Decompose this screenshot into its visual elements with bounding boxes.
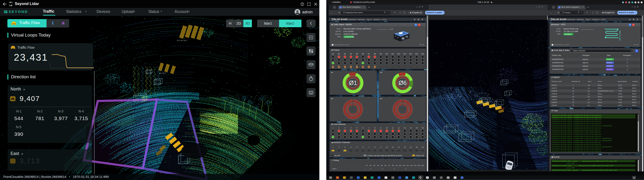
svg-text:Ø1: Ø1	[366, 165, 368, 166]
svg-text:10: 10	[386, 127, 388, 129]
svg-text:12: 12	[398, 127, 400, 129]
svg-text:12: 12	[398, 146, 400, 148]
svg-text:Ø9: Ø9	[380, 53, 382, 55]
svg-text:Ø3: Ø3	[344, 53, 346, 55]
svg-text:8: 8	[374, 146, 376, 148]
svg-text:16: 16	[422, 127, 424, 129]
svg-text:Ø11: Ø11	[403, 165, 405, 166]
svg-text:4: 4	[370, 168, 371, 169]
svg-text:6: 6	[362, 146, 364, 148]
svg-text:Ø2: Ø2	[370, 165, 371, 166]
svg-text:W-1 W-2 W-3: W-1 W-2 W-3	[177, 40, 187, 41]
svg-text:Ø4: Ø4	[350, 53, 352, 55]
svg-text:15: 15	[416, 127, 418, 129]
svg-text:6: 6	[362, 127, 364, 129]
svg-text:11: 11	[392, 127, 394, 129]
svg-text:Ø10: Ø10	[399, 165, 402, 166]
svg-text:7: 7	[368, 127, 370, 129]
svg-text:W-4 W-5: W-4 W-5	[159, 72, 166, 74]
svg-text:4: 4	[350, 127, 351, 129]
svg-text:9: 9	[380, 146, 382, 148]
svg-text:14: 14	[410, 146, 412, 148]
svg-text:13: 13	[404, 127, 406, 129]
svg-text:4: 4	[382, 168, 383, 169]
svg-text:15: 15	[416, 146, 418, 148]
svg-text:Ø7: Ø7	[368, 53, 370, 55]
svg-text:Ø6: Ø6	[362, 53, 364, 55]
svg-text:3: 3	[344, 127, 345, 129]
svg-text:Ø1: Ø1	[349, 80, 357, 86]
svg-text:Ø12: Ø12	[397, 53, 400, 55]
svg-text:Ø13: Ø13	[410, 165, 413, 166]
svg-text:Ø16: Ø16	[421, 53, 424, 55]
svg-text:Ø15: Ø15	[418, 165, 420, 166]
svg-text:Ø7: Ø7	[388, 165, 390, 166]
svg-text:No Call: No Call	[334, 155, 340, 156]
svg-text:SEYOND: SEYOND	[619, 30, 621, 41]
svg-text:11: 11	[392, 146, 394, 148]
svg-text:5: 5	[356, 127, 357, 129]
svg-text:9: 9	[380, 127, 382, 129]
svg-text:Ø15: Ø15	[415, 53, 418, 55]
svg-text:Ø5: Ø5	[356, 53, 358, 55]
svg-text:4: 4	[394, 168, 394, 169]
svg-text:WALK: WALK	[332, 168, 336, 169]
svg-text:Ø4: Ø4	[377, 165, 379, 166]
svg-text:Ø16: Ø16	[422, 165, 424, 166]
svg-text:Ø11: Ø11	[392, 53, 394, 55]
svg-text:1: 1	[332, 146, 334, 148]
svg-text:1: 1	[332, 127, 334, 129]
svg-text:Ø14: Ø14	[414, 165, 416, 166]
svg-text:Ø13: Ø13	[403, 53, 406, 55]
svg-text:Locked, call went away but wil: Locked, call went away but will still be…	[367, 155, 402, 157]
svg-text:Ø8: Ø8	[374, 53, 376, 55]
svg-text:Ø5: Ø5	[381, 165, 382, 166]
svg-text:13: 13	[404, 146, 406, 148]
svg-text:Active Call: Active Call	[416, 155, 424, 156]
svg-text:Ø6: Ø6	[384, 165, 386, 166]
svg-text:3: 3	[344, 146, 345, 148]
svg-text:4: 4	[350, 146, 351, 148]
svg-text:14: 14	[410, 127, 412, 129]
svg-text:10: 10	[386, 146, 388, 148]
svg-text:Ø10: Ø10	[385, 53, 388, 55]
svg-text:Ø2: Ø2	[338, 53, 340, 55]
svg-text:2: 2	[338, 127, 340, 129]
svg-text:Ø8: Ø8	[392, 165, 394, 166]
svg-text:Ø6: Ø6	[398, 80, 406, 86]
svg-text:4: 4	[405, 168, 406, 169]
svg-text:VC-5: VC-5	[143, 107, 147, 110]
svg-text:7: 7	[368, 146, 370, 148]
svg-text:16: 16	[422, 146, 424, 148]
svg-text:Ø14: Ø14	[409, 53, 412, 55]
svg-text:Ø3: Ø3	[374, 165, 375, 166]
svg-text:Ø9: Ø9	[396, 165, 397, 166]
svg-text:8: 8	[374, 127, 376, 129]
svg-text:Ø12: Ø12	[406, 165, 409, 166]
svg-text:Ø1: Ø1	[332, 53, 334, 55]
svg-text:5: 5	[356, 146, 357, 148]
svg-text:2: 2	[338, 146, 340, 148]
